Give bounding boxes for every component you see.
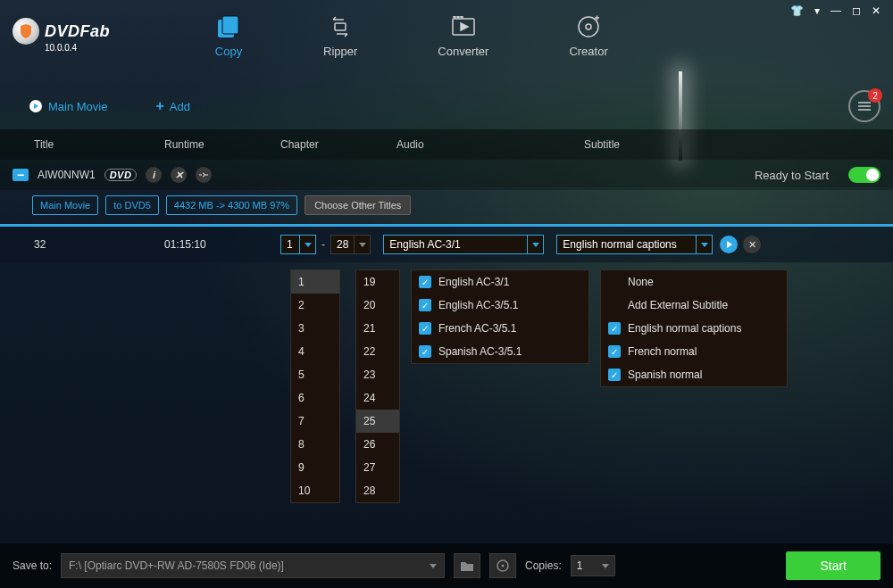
queue-badge: 2 bbox=[868, 88, 882, 103]
queue-button[interactable]: 2 bbox=[848, 90, 880, 122]
audio-option-label: English AC-3/1 bbox=[438, 276, 509, 288]
chapter-from-option[interactable]: 6 bbox=[291, 386, 339, 410]
chapter-to-option[interactable]: 26 bbox=[356, 433, 399, 456]
tag-size[interactable]: 4432 MB -> 4300 MB 97% bbox=[166, 195, 297, 215]
checkbox-icon: ✓ bbox=[419, 276, 431, 288]
audio-select[interactable]: English AC-3/1 bbox=[383, 235, 544, 254]
subtitle-option-label: French normal bbox=[628, 345, 697, 358]
chapter-from-option[interactable]: 10 bbox=[291, 479, 339, 502]
audio-option[interactable]: ✓English AC-3/1 bbox=[412, 270, 588, 294]
tab-converter[interactable]: Converter bbox=[438, 14, 488, 58]
subtitle-select[interactable]: English normal captions bbox=[556, 235, 713, 254]
checkbox-icon: ✓ bbox=[419, 322, 431, 335]
tab-creator[interactable]: Creator bbox=[569, 14, 607, 58]
chapter-from-option[interactable]: 7 bbox=[291, 410, 339, 433]
copies-select[interactable]: 1 bbox=[571, 555, 615, 576]
audio-option[interactable]: ✓English AC-3/5.1 bbox=[412, 294, 588, 317]
choose-other-titles-button[interactable]: Choose Other Titles bbox=[305, 195, 411, 215]
tab-copy[interactable]: Copy bbox=[214, 14, 243, 58]
header-title: Title bbox=[13, 138, 164, 151]
chevron-down-icon[interactable] bbox=[696, 236, 712, 253]
chapter-from-option[interactable]: 4 bbox=[291, 340, 339, 363]
app-name: DVDFab bbox=[45, 22, 110, 41]
chapter-to-select[interactable]: 28 bbox=[330, 235, 371, 254]
subtitle-option[interactable]: None bbox=[601, 270, 787, 294]
chapter-from-option[interactable]: 8 bbox=[291, 433, 339, 456]
chapter-to-option[interactable]: 22 bbox=[356, 340, 399, 363]
subtitle-option[interactable]: ✓English normal captions bbox=[601, 317, 787, 340]
chapter-to-option[interactable]: 21 bbox=[356, 317, 399, 340]
audio-option-label: Spanish AC-3/5.1 bbox=[438, 345, 522, 358]
chapter-from-option[interactable]: 5 bbox=[291, 363, 339, 386]
copy-icon bbox=[214, 14, 243, 39]
logo-icon bbox=[13, 18, 39, 45]
track-row: 32 01:15:10 1 - 28 English AC-3/1 Englis… bbox=[0, 227, 893, 262]
add-button[interactable]: + Add bbox=[155, 98, 189, 114]
subtitle-option-label: English normal captions bbox=[628, 322, 741, 335]
chapter-from-option[interactable]: 1 bbox=[291, 270, 339, 294]
chapter-to-option[interactable]: 25 bbox=[356, 410, 399, 433]
source-row: − AIW0NNW1 DVD i ✕ Ready to Start bbox=[0, 160, 893, 190]
folder-button[interactable] bbox=[454, 553, 480, 578]
chevron-down-icon bbox=[602, 564, 609, 568]
chapter-to-option[interactable]: 23 bbox=[356, 363, 399, 386]
dvd-badge: DVD bbox=[104, 169, 138, 181]
chapter-to-option[interactable]: 20 bbox=[356, 294, 399, 317]
remove-button[interactable]: ✕ bbox=[171, 167, 187, 183]
audio-option-label: English AC-3/5.1 bbox=[438, 299, 518, 311]
chevron-down-icon[interactable] bbox=[299, 236, 315, 253]
settings-button[interactable] bbox=[196, 167, 212, 183]
tab-ripper[interactable]: Ripper bbox=[323, 14, 357, 58]
folder-icon bbox=[460, 560, 474, 572]
chevron-down-icon[interactable] bbox=[354, 236, 370, 253]
chevron-down-icon[interactable] bbox=[527, 236, 543, 253]
chapter-from-option[interactable]: 2 bbox=[291, 294, 339, 317]
converter-icon bbox=[449, 14, 478, 39]
audio-option[interactable]: ✓French AC-3/5.1 bbox=[412, 317, 588, 340]
subtitle-option[interactable]: Add External Subtitle bbox=[601, 294, 787, 317]
subtitle-value: English normal captions bbox=[557, 236, 696, 253]
app-version: 10.0.0.4 bbox=[45, 43, 110, 53]
svg-point-14 bbox=[502, 565, 505, 567]
audio-dropdown: ✓English AC-3/1✓English AC-3/5.1✓French … bbox=[411, 269, 589, 364]
column-headers: Title Runtime Chapter Audio Subtitle bbox=[0, 129, 893, 160]
ripper-icon bbox=[326, 14, 355, 39]
play-icon bbox=[727, 241, 732, 248]
subtitle-dropdown: NoneAdd External Subtitle✓English normal… bbox=[600, 269, 788, 387]
audio-option[interactable]: ✓Spanish AC-3/5.1 bbox=[412, 340, 588, 363]
subtitle-option[interactable]: ✓French normal bbox=[601, 340, 787, 363]
subtitle-option-label: None bbox=[628, 276, 654, 288]
creator-icon bbox=[574, 14, 603, 39]
save-to-select[interactable]: F:\ [Optiarc DVD+-RW AD-7580S FD06 (Ide)… bbox=[61, 553, 445, 578]
subtitle-option[interactable]: ✓Spanish normal bbox=[601, 363, 787, 386]
save-to-value: F:\ [Optiarc DVD+-RW AD-7580S FD06 (Ide)… bbox=[69, 559, 284, 572]
chapter-to-option[interactable]: 27 bbox=[356, 456, 399, 479]
track-runtime: 01:15:10 bbox=[164, 238, 280, 251]
remove-track-button[interactable]: ✕ bbox=[743, 236, 761, 253]
start-button[interactable]: Start bbox=[786, 551, 880, 580]
checkbox-icon: ✓ bbox=[419, 299, 431, 311]
list-icon bbox=[856, 100, 872, 112]
chevron-down-icon bbox=[430, 564, 437, 568]
main-movie-link[interactable]: Main Movie bbox=[29, 99, 107, 113]
enable-toggle[interactable] bbox=[848, 167, 880, 183]
track-number: 32 bbox=[13, 238, 164, 251]
chapter-from-select[interactable]: 1 bbox=[280, 235, 316, 254]
chapter-to-option[interactable]: 24 bbox=[356, 386, 399, 410]
chapter-from-dropdown: 12345678910 bbox=[290, 269, 340, 503]
collapse-button[interactable]: − bbox=[13, 169, 29, 181]
iso-button[interactable] bbox=[489, 553, 516, 578]
chapter-to-option[interactable]: 19 bbox=[356, 270, 399, 294]
svg-rect-2 bbox=[335, 23, 346, 30]
chapter-to-option[interactable]: 28 bbox=[356, 479, 399, 502]
info-button[interactable]: i bbox=[146, 167, 162, 183]
chapter-from-option[interactable]: 3 bbox=[291, 317, 339, 340]
chapter-from-option[interactable]: 9 bbox=[291, 456, 339, 479]
play-button[interactable] bbox=[720, 236, 738, 253]
svg-point-7 bbox=[579, 17, 598, 37]
tag-main-movie[interactable]: Main Movie bbox=[32, 195, 98, 215]
app-logo: DVDFab bbox=[13, 18, 110, 45]
tag-to-dvd5[interactable]: to DVD5 bbox=[105, 195, 159, 215]
header-runtime: Runtime bbox=[164, 138, 280, 151]
main-movie-label: Main Movie bbox=[48, 100, 107, 113]
